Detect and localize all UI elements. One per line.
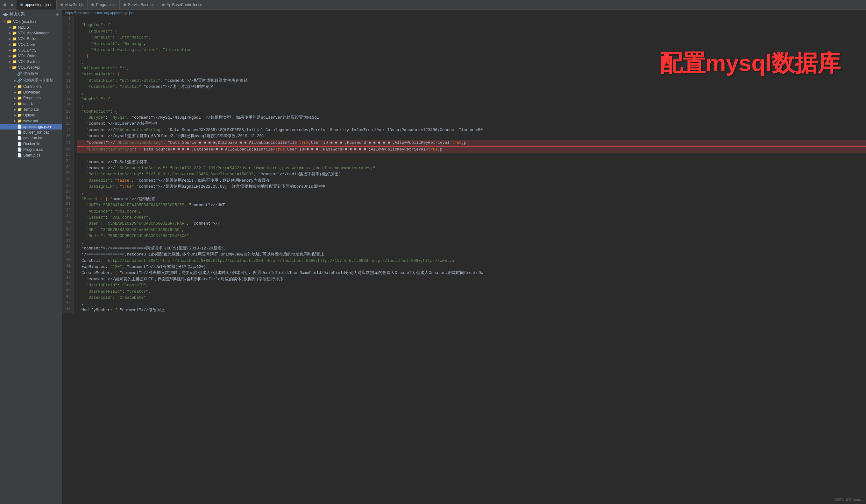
tab-nav-next[interactable]: ▶ <box>8 0 16 10</box>
tree-item-22[interactable]: 📄Program.cs <box>0 147 62 152</box>
tree-item-11[interactable]: ▶📁Controllers <box>0 84 62 89</box>
tree-arrow-8: ▾ <box>8 66 12 69</box>
code-line-1 <box>77 16 866 22</box>
tree-item-10[interactable]: ▶🔗依赖关系 – 5 更新 <box>0 77 62 84</box>
tree-icon-0: 📂 <box>7 20 12 24</box>
sidebar-header: ◀▶ 解决方案 ⚙ <box>0 10 62 19</box>
tree-item-20[interactable]: 📄dev_run.bat <box>0 135 62 141</box>
tree-label-20: dev_run.bat <box>23 136 43 140</box>
tree-item-9[interactable]: 🔗连接服务 <box>0 70 62 77</box>
editor-content[interactable]: 配置mysql数据库 12345678910111213141516171819… <box>62 16 866 504</box>
url-bar: https://json.schemastore.org/appsettings… <box>62 10 866 16</box>
code-line-25: "comment">// "DbConnectionString": "Host… <box>77 165 866 172</box>
line-number-40: 40 <box>64 257 71 263</box>
tree-item-0[interactable]: ▾📂VOL (master) <box>0 19 62 24</box>
tree-label-3: VOL.Builder <box>18 37 39 41</box>
tree-label-1: HZLIS <box>18 25 29 30</box>
line-number-1: 1 <box>64 16 71 22</box>
code-line-8: , <box>77 59 866 66</box>
code-line-46: "DateField": "CreateDate" <box>77 295 866 301</box>
tree-item-21[interactable]: 📄Dockerfile <box>0 141 62 147</box>
line-number-47: 47 <box>64 300 71 306</box>
tree-icon-3: 📁 <box>12 37 17 41</box>
line-number-6: 6 <box>64 47 71 53</box>
tree-item-15[interactable]: ▶📁Template <box>0 106 62 112</box>
tree-item-5[interactable]: ▶📁VOL.Entity <box>0 47 62 53</box>
tree-icon-2: 📁 <box>12 31 17 35</box>
code-line-33: "Issuer": "vol.core.owner", <box>77 215 866 221</box>
tree-label-18: appsettings.json <box>23 124 51 129</box>
tree-icon-7: 📁 <box>12 59 17 64</box>
tab-program[interactable]: Program.cs <box>88 0 119 10</box>
tree-icon-18: 📄 <box>17 124 22 129</box>
line-number-12: 12 <box>64 84 71 90</box>
tree-item-14[interactable]: ▶📁quartz <box>0 101 62 106</box>
code-line-6: "Microsoft.Hosting.Lifetime": "Informati… <box>77 47 866 53</box>
tree-label-22: Program.cs <box>23 147 43 152</box>
tree-icon-13: 📁 <box>17 96 22 100</box>
code-line-31: "JWT": "BB3647441FFA4B5DB4E64A29B53CE525… <box>77 202 866 208</box>
tree-icon-19: 📄 <box>17 130 22 135</box>
code-line-26: "RedisConnectionString": "127.0.0.1,Pass… <box>77 172 866 177</box>
code-line-19: "comment">//"DbConnectionString": "Data … <box>77 127 866 133</box>
line-number-27: 27 <box>64 176 71 183</box>
tree-item-6[interactable]: ▶📁VOL.Order <box>0 53 62 59</box>
tree-item-16[interactable]: ▶📁Upload <box>0 112 62 118</box>
line-number-9: 9 <box>64 66 71 72</box>
code-line-16: "Connection": { <box>77 109 866 115</box>
tree-item-4[interactable]: ▶📁VOL.Core <box>0 42 62 47</box>
line-number-39: 39 <box>64 250 71 256</box>
tree-icon-1: 📁 <box>12 25 17 30</box>
tree-icon-16: 📁 <box>17 113 22 117</box>
tab-appsettings[interactable]: appsettings.json <box>16 0 57 10</box>
tree-item-1[interactable]: ▶📁HZLIS <box>0 24 62 30</box>
code-line-20: "comment">//mysql连接字符串(从VOLCore2.1到时已将my… <box>77 133 866 139</box>
tree-icon-14: 📁 <box>17 102 22 106</box>
tree-item-2[interactable]: ▶📁VOL.AppManager <box>0 30 62 36</box>
sidebar-settings-icon[interactable]: ⚙ <box>56 12 59 16</box>
tree-item-13[interactable]: ▶📁Properties <box>0 95 62 101</box>
line-number-8: 8 <box>64 59 71 66</box>
code-line-37: , <box>77 240 866 245</box>
code-line-30: "Secret": { "comment">//秘钥配置 <box>77 196 866 202</box>
tree-arrow-2: ▶ <box>8 32 12 35</box>
tab-apibase[interactable]: ApiBaseController.cs <box>158 0 206 10</box>
solution-label: 解决方案 <box>10 11 25 17</box>
code-line-24: "comment">//PgSql连接字符串 <box>77 159 866 165</box>
tab-nav-prev[interactable]: ◀ <box>0 0 8 10</box>
line-number-42: 42 <box>64 269 71 275</box>
tree-item-18[interactable]: 📄appsettings.json <box>0 124 62 129</box>
tree-item-8[interactable]: ▾📂VOL.WebApi <box>0 65 62 70</box>
line-number-15: 15 <box>64 102 71 108</box>
tree-item-23[interactable]: 📄Startup.cs <box>0 152 62 158</box>
tab-viewgird[interactable]: viewGird.js <box>57 0 88 10</box>
code-line-17: "DBType": "MySql", "comment">//MySql/MsS… <box>77 115 866 121</box>
code-line-35: "DB": "3F8B7B38AD3D484A89ACA513CBD79F36"… <box>77 227 866 233</box>
tree-item-7[interactable]: ▶📁VOL.System <box>0 59 62 65</box>
tree-icon-11: 📁 <box>17 84 22 89</box>
line-numbers: 1234567891011121314151617181920212223242… <box>62 16 74 313</box>
tree-label-0: VOL (master) <box>13 20 36 24</box>
tree-item-17[interactable]: ▶📁wwwroot <box>0 118 62 124</box>
code-line-43: "comment">//如果表的主键是GUID，界面查询时默认会用到DateFi… <box>77 276 866 283</box>
tree-item-3[interactable]: ▶📁VOL.Builder <box>0 36 62 42</box>
tree-label-2: VOL.AppManager <box>18 31 49 35</box>
code-line-2: "Logging": { <box>77 22 866 28</box>
csdn-watermark: CSDN @Guijunr... <box>834 497 863 502</box>
tree-arrow-13: ▶ <box>13 96 17 100</box>
line-number-18: 18 <box>64 121 71 127</box>
code-line-15: , <box>77 102 866 108</box>
code-line-42: CreateMember: { "comment">//对表插入数据时，需要记录… <box>77 270 866 276</box>
line-number-32: 32 <box>64 207 71 214</box>
tree-icon-9: 🔗 <box>17 72 22 76</box>
code-line-47: , <box>77 301 866 307</box>
line-number-41: 41 <box>64 263 71 269</box>
line-number-20: 20 <box>64 133 71 139</box>
tree-label-13: Properties <box>23 96 41 100</box>
tree-label-12: Download <box>23 90 40 94</box>
line-number-5: 5 <box>64 41 71 47</box>
tree-item-12[interactable]: ▶📁Download <box>0 89 62 95</box>
code-line-29: , <box>77 190 866 196</box>
tab-servicebase[interactable]: ServiceBase.cs <box>120 0 158 10</box>
tree-item-19[interactable]: 📄builder_run.bat <box>0 129 62 135</box>
